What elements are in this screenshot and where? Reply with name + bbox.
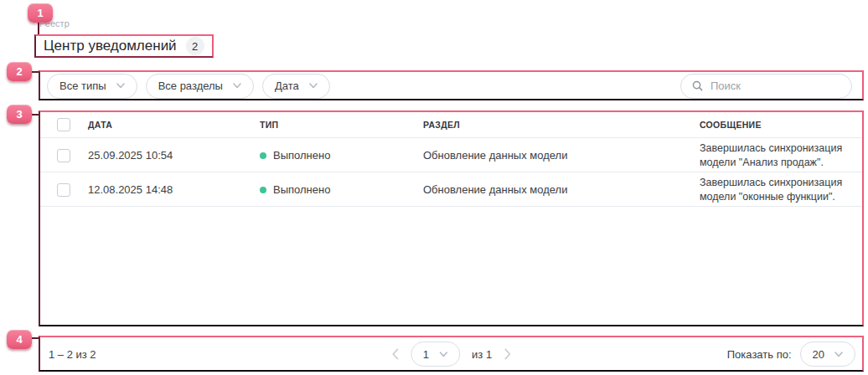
table-row[interactable]: 25.09.2025 10:54 Выполнено Обновление да… (39, 138, 864, 172)
table-header-row: Дата Тип Раздел Сообщение (39, 111, 864, 138)
notification-count-badge: 2 (186, 37, 204, 55)
current-page: 1 (423, 348, 429, 361)
filter-section-dropdown[interactable]: Все разделы (146, 74, 254, 99)
chevron-down-icon (233, 83, 241, 89)
annotation-badge-1: 1 (28, 3, 53, 23)
pager: 1 из 1 (391, 342, 511, 367)
column-header-section: Раздел (423, 120, 700, 130)
chevron-down-icon (834, 352, 843, 357)
chevron-down-icon (439, 352, 447, 357)
column-header-message: Сообщение (700, 120, 864, 130)
page-title-box: Центр уведомлений 2 (34, 34, 214, 58)
table-row[interactable]: 12.08.2025 14:48 Выполнено Обновление да… (39, 172, 864, 207)
column-header-date: Дата (88, 120, 260, 130)
annotation-badge-4: 4 (7, 330, 32, 349)
filter-type-label: Все типы (59, 80, 106, 92)
filter-section-label: Все разделы (158, 80, 223, 92)
cell-date: 12.08.2025 14:48 (88, 183, 260, 196)
cell-section: Обновление данных модели (423, 183, 700, 196)
status-dot-icon (260, 152, 266, 159)
filter-date-dropdown[interactable]: Дата (262, 74, 330, 99)
cell-date: 25.09.2025 10:54 (88, 149, 260, 162)
page-title: Центр уведомлений (44, 38, 177, 54)
filter-date-label: Дата (275, 80, 299, 92)
per-page-dropdown[interactable]: 20 (800, 342, 855, 367)
cell-message: Завершилась синхронизация модели "оконны… (700, 172, 864, 207)
annotation-badge-2: 2 (7, 62, 32, 81)
per-page-label: Показать по: (727, 348, 792, 361)
pagination-footer: 1 – 2 из 2 1 из 1 Показать по: 20 (39, 336, 864, 372)
chevron-down-icon (309, 83, 318, 89)
row-checkbox[interactable] (57, 183, 70, 197)
per-page-value: 20 (813, 348, 824, 361)
annotation-connector-1 (38, 22, 39, 35)
prev-page-icon[interactable] (391, 348, 399, 360)
search-icon (692, 80, 703, 91)
filter-type-dropdown[interactable]: Все типы (47, 74, 137, 99)
cell-status: Выполнено (260, 183, 423, 196)
cell-status: Выполнено (260, 149, 423, 162)
notifications-table: Дата Тип Раздел Сообщение 25.09.2025 10:… (39, 111, 864, 326)
rows-range-label: 1 – 2 из 2 (49, 348, 96, 361)
page-select-dropdown[interactable]: 1 (411, 342, 460, 367)
annotation-badge-3: 3 (7, 105, 32, 124)
chevron-down-icon (116, 83, 125, 89)
status-label: Выполнено (273, 183, 330, 196)
select-all-checkbox[interactable] (57, 118, 70, 131)
total-pages-label: из 1 (472, 348, 492, 361)
column-header-type: Тип (260, 120, 423, 130)
filter-toolbar: Все типы Все разделы Дата (39, 71, 864, 100)
cell-section: Обновление данных модели (423, 149, 700, 162)
status-label: Выполнено (273, 149, 330, 162)
row-checkbox[interactable] (57, 149, 70, 162)
status-dot-icon (260, 187, 266, 193)
per-page-control: Показать по: 20 (727, 342, 855, 367)
cell-message: Завершилась синхронизация модели "Анализ… (700, 138, 864, 172)
search-field[interactable] (680, 74, 852, 99)
next-page-icon[interactable] (504, 348, 511, 360)
search-input[interactable] (710, 80, 840, 92)
